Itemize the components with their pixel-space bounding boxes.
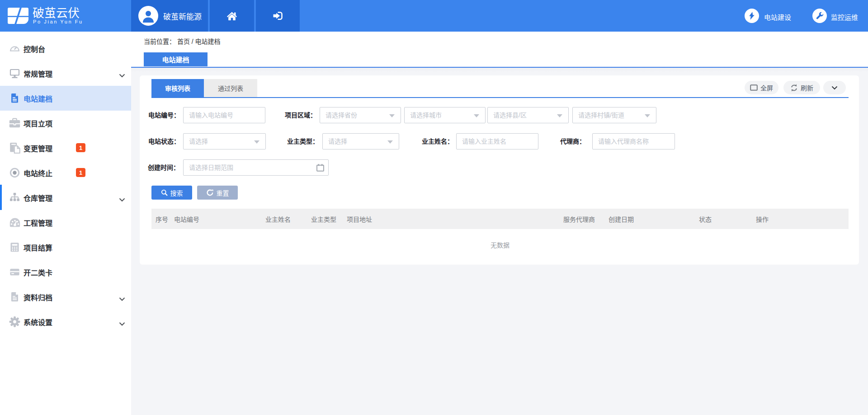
svg-text:破茧云伏: 破茧云伏 <box>33 6 80 20</box>
svg-text:Po Jian Yun Fu: Po Jian Yun Fu <box>33 19 83 24</box>
